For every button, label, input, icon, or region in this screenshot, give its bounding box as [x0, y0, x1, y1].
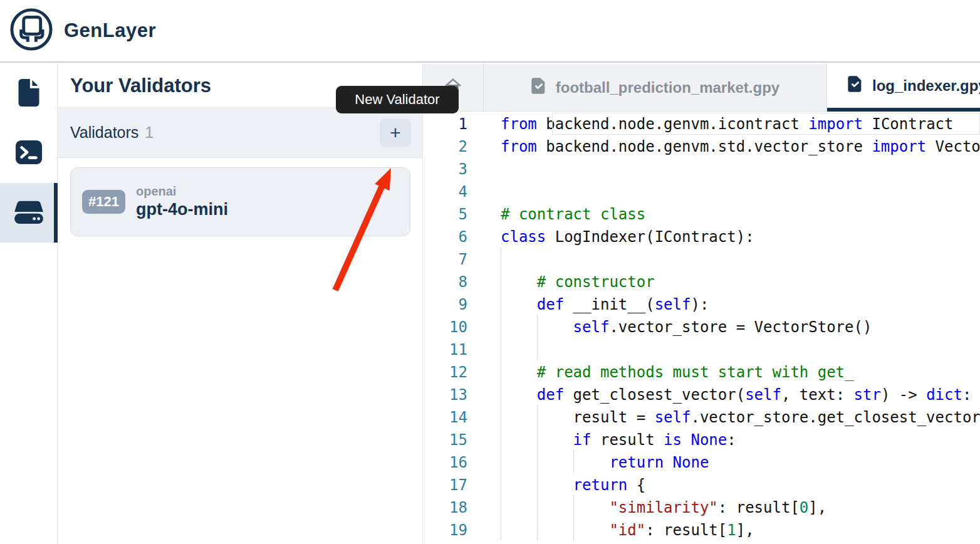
code-line: def __init__(self): [501, 293, 980, 316]
sidebar-item-contracts[interactable] [0, 64, 58, 123]
validator-model: gpt-4o-mini [136, 200, 228, 219]
code-line: class LogIndexer(IContract): [501, 226, 980, 248]
code-line [501, 338, 980, 361]
line-number: 1 [423, 113, 467, 135]
code-line: return { [501, 474, 980, 496]
code-line: return None [501, 451, 980, 474]
line-number: 11 [423, 338, 467, 361]
add-validator-button[interactable]: + [380, 118, 411, 147]
code-line [501, 180, 980, 203]
code-line: def get_closest_vector(self, text: str) … [501, 384, 980, 406]
line-number: 15 [423, 429, 467, 451]
code-content: from backend.node.genvm.icontract import… [482, 112, 980, 544]
line-number: 6 [423, 226, 467, 248]
validator-card[interactable]: #121 openai gpt-4o-mini [70, 167, 410, 236]
line-number: 4 [423, 180, 467, 203]
code-line [501, 248, 980, 271]
file-check-icon [847, 75, 863, 97]
validator-id-badge: #121 [82, 190, 125, 214]
code-line: result = self.vector_store.get_closest_v… [501, 406, 980, 429]
new-validator-tooltip: New Validator [336, 86, 459, 113]
tab-label: log_indexer.gpy [872, 77, 980, 95]
hard-drive-icon [13, 199, 44, 228]
line-number: 19 [423, 519, 467, 541]
tab-log-indexer[interactable]: log_indexer.gpy [827, 64, 980, 112]
tab-football-prediction-market[interactable]: football_prediction_market.gpy [484, 64, 827, 112]
line-number: 13 [423, 384, 467, 406]
page-title: Your Validators [70, 75, 211, 97]
code-line: self.vector_store = VectorStore() [501, 316, 980, 338]
editor-tabbar: football_prediction_market.gpy log_index… [423, 64, 980, 112]
code-line: if result is None: [501, 429, 980, 451]
code-line: from backend.node.genvm.std.vector_store… [501, 135, 980, 158]
terminal-icon [14, 139, 43, 168]
code-line: # constructor [501, 271, 980, 293]
validators-count: 1 [145, 123, 154, 142]
line-number: 12 [423, 361, 467, 384]
code-line [501, 158, 980, 180]
line-number: 3 [423, 158, 467, 180]
line-number-gutter: 12345678910111213141516171819 [423, 112, 482, 544]
line-number: 7 [423, 248, 467, 271]
code-editor: football_prediction_market.gpy log_index… [423, 64, 980, 544]
line-number: 10 [423, 316, 467, 338]
line-number: 14 [423, 406, 467, 429]
sidebar-item-validators[interactable] [0, 183, 58, 243]
validators-label: Validators [70, 123, 138, 142]
code-line: # contract class [501, 203, 980, 226]
file-check-icon [531, 77, 547, 98]
brand-name: GenLayer [64, 19, 156, 42]
validators-section-header: Validators 1 + [58, 108, 422, 158]
line-number: 9 [423, 293, 467, 316]
code-line: from backend.node.genvm.icontract import… [501, 113, 980, 135]
line-number: 18 [423, 496, 467, 519]
editor-body[interactable]: 12345678910111213141516171819 from backe… [423, 112, 980, 544]
line-number: 17 [423, 474, 467, 496]
line-number: 2 [423, 135, 467, 158]
activity-sidebar [0, 64, 58, 544]
validators-panel: Your Validators Validators 1 + #121 open… [58, 64, 423, 544]
code-line: # read methods must start with get_ [501, 361, 980, 384]
validator-provider: openai [136, 184, 228, 199]
line-number: 16 [423, 451, 467, 474]
genlayer-logo-icon [9, 7, 54, 55]
code-line: "similarity": result[0], [501, 496, 980, 519]
tab-label: football_prediction_market.gpy [556, 79, 779, 97]
line-number: 8 [423, 271, 467, 293]
file-icon [15, 78, 43, 110]
app-header: GenLayer [0, 0, 980, 63]
code-line: "id": result[1], [501, 519, 980, 541]
sidebar-item-terminal[interactable] [0, 123, 58, 183]
line-number: 5 [423, 203, 467, 226]
